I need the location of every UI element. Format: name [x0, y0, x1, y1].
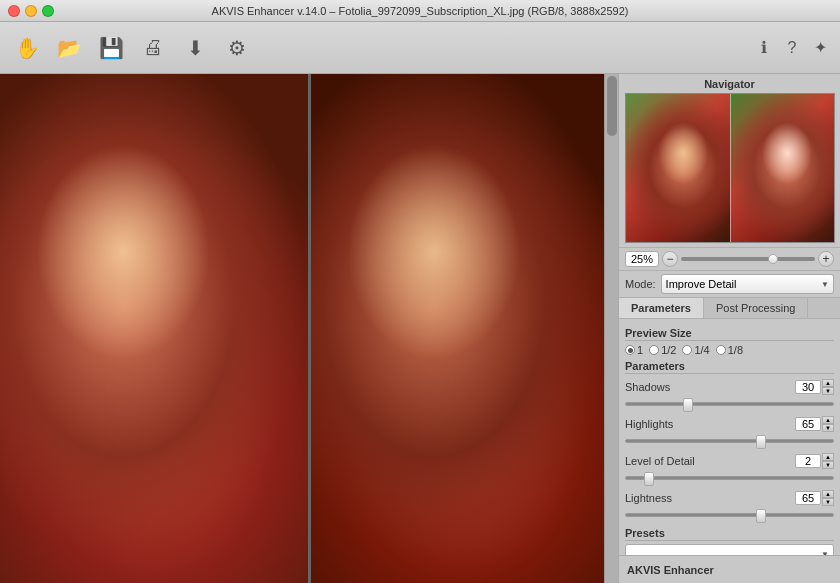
status-text: AKVIS Enhancer	[627, 564, 714, 576]
original-panel[interactable]	[0, 74, 308, 583]
radio-1[interactable]	[625, 345, 635, 355]
canvas-area[interactable]	[0, 74, 618, 583]
presets-select[interactable]: ▼	[625, 544, 834, 555]
lightness-track[interactable]	[625, 513, 834, 517]
close-button[interactable]	[8, 5, 20, 17]
level-of-detail-up[interactable]: ▲	[822, 453, 834, 461]
level-of-detail-down[interactable]: ▼	[822, 461, 834, 469]
highlights-slider-row: Highlights 65 ▲ ▼	[625, 416, 834, 448]
shadows-track-container[interactable]	[625, 397, 834, 411]
zoom-out-button[interactable]: −	[662, 251, 678, 267]
shadows-thumb[interactable]	[683, 398, 693, 412]
highlights-value[interactable]: 65	[795, 417, 821, 431]
radio-quarter[interactable]	[682, 345, 692, 355]
processed-panel[interactable]	[311, 74, 619, 583]
tab-parameters[interactable]: Parameters	[619, 298, 704, 318]
highlights-track-container[interactable]	[625, 434, 834, 448]
settings-icon: ⚙	[228, 36, 246, 60]
shadows-label: Shadows	[625, 381, 670, 393]
radio-1-label: 1	[637, 344, 643, 356]
toolbar-right: ℹ ? ✦	[752, 36, 832, 60]
lightness-header: Lightness 65 ▲ ▼	[625, 490, 834, 506]
shadows-up[interactable]: ▲	[822, 379, 834, 387]
highlights-up[interactable]: ▲	[822, 416, 834, 424]
presets-header: Presets	[625, 527, 834, 541]
nav-portrait-right	[730, 94, 834, 242]
print-button[interactable]: 🖨	[134, 29, 172, 67]
info-icon: ℹ	[761, 38, 767, 57]
highlights-thumb[interactable]	[756, 435, 766, 449]
level-of-detail-track-container[interactable]	[625, 471, 834, 485]
zoom-bar: 25% − +	[619, 247, 840, 270]
preview-eighth[interactable]: 1/8	[716, 344, 743, 356]
mode-bar: Mode: Improve Detail ▼	[619, 270, 840, 297]
presets-section: Presets ▼	[625, 527, 834, 555]
zoom-value[interactable]: 25%	[625, 251, 659, 267]
radio-quarter-label: 1/4	[694, 344, 709, 356]
preview-size-header: Preview Size	[625, 327, 834, 341]
level-of-detail-label: Level of Detail	[625, 455, 695, 467]
shadows-value-box: 30 ▲ ▼	[795, 379, 834, 395]
tab-post-processing[interactable]: Post Processing	[704, 298, 808, 318]
mode-label: Mode:	[625, 278, 656, 290]
shadows-slider-row: Shadows 30 ▲ ▼	[625, 379, 834, 411]
mode-select[interactable]: Improve Detail ▼	[661, 274, 834, 294]
export-icon: ⬇	[187, 36, 204, 60]
processed-image	[311, 74, 619, 583]
shadows-value[interactable]: 30	[795, 380, 821, 394]
lightness-thumb[interactable]	[756, 509, 766, 523]
nav-original	[626, 94, 730, 242]
zoom-thumb[interactable]	[768, 254, 778, 264]
nav-portrait-left	[626, 94, 730, 242]
preview-quarter[interactable]: 1/4	[682, 344, 709, 356]
level-of-detail-slider-row: Level of Detail 2 ▲ ▼	[625, 453, 834, 485]
akvis-button[interactable]: ✦	[808, 36, 832, 60]
radio-eighth[interactable]	[716, 345, 726, 355]
help-button[interactable]: ?	[780, 36, 804, 60]
export-button[interactable]: ⬇	[176, 29, 214, 67]
lightness-label: Lightness	[625, 492, 672, 504]
maximize-button[interactable]	[42, 5, 54, 17]
level-of-detail-thumb[interactable]	[644, 472, 654, 486]
save-button[interactable]: 💾	[92, 29, 130, 67]
highlights-down[interactable]: ▼	[822, 424, 834, 432]
navigator-preview[interactable]	[625, 93, 835, 243]
minimize-button[interactable]	[25, 5, 37, 17]
open-file-button[interactable]: 📂	[50, 29, 88, 67]
window-title: AKVIS Enhancer v.14.0 – Fotolia_9972099_…	[212, 5, 629, 17]
preview-half[interactable]: 1/2	[649, 344, 676, 356]
help-icon: ?	[788, 39, 797, 57]
navigator-label: Navigator	[625, 78, 834, 90]
scrollbar-thumb[interactable]	[607, 76, 617, 136]
mode-value: Improve Detail	[666, 278, 737, 290]
preview-1[interactable]: 1	[625, 344, 643, 356]
level-of-detail-value-box: 2 ▲ ▼	[795, 453, 834, 469]
canvas-scrollbar[interactable]	[604, 74, 618, 583]
save-icon: 💾	[99, 36, 124, 60]
highlights-arrows: ▲ ▼	[822, 416, 834, 432]
zoom-slider[interactable]	[681, 257, 815, 261]
print-icon: 🖨	[143, 36, 163, 59]
lightness-track-container[interactable]	[625, 508, 834, 522]
highlights-track[interactable]	[625, 439, 834, 443]
level-of-detail-value[interactable]: 2	[795, 454, 821, 468]
level-of-detail-track[interactable]	[625, 476, 834, 480]
zoom-in-button[interactable]: +	[818, 251, 834, 267]
shadows-down[interactable]: ▼	[822, 387, 834, 395]
right-panel: Navigator 25% − +	[618, 74, 840, 583]
radio-half-label: 1/2	[661, 344, 676, 356]
radio-half[interactable]	[649, 345, 659, 355]
level-of-detail-header: Level of Detail 2 ▲ ▼	[625, 453, 834, 469]
highlights-value-box: 65 ▲ ▼	[795, 416, 834, 432]
lightness-value-box: 65 ▲ ▼	[795, 490, 834, 506]
settings-button[interactable]: ⚙	[218, 29, 256, 67]
shadows-track[interactable]	[625, 402, 834, 406]
lightness-up[interactable]: ▲	[822, 490, 834, 498]
traffic-lights	[8, 5, 54, 17]
lightness-down[interactable]: ▼	[822, 498, 834, 506]
shadows-arrows: ▲ ▼	[822, 379, 834, 395]
info-button[interactable]: ℹ	[752, 36, 776, 60]
lightness-value[interactable]: 65	[795, 491, 821, 505]
hand-tool-button[interactable]: ✋	[8, 29, 46, 67]
nav-processed	[730, 94, 834, 242]
